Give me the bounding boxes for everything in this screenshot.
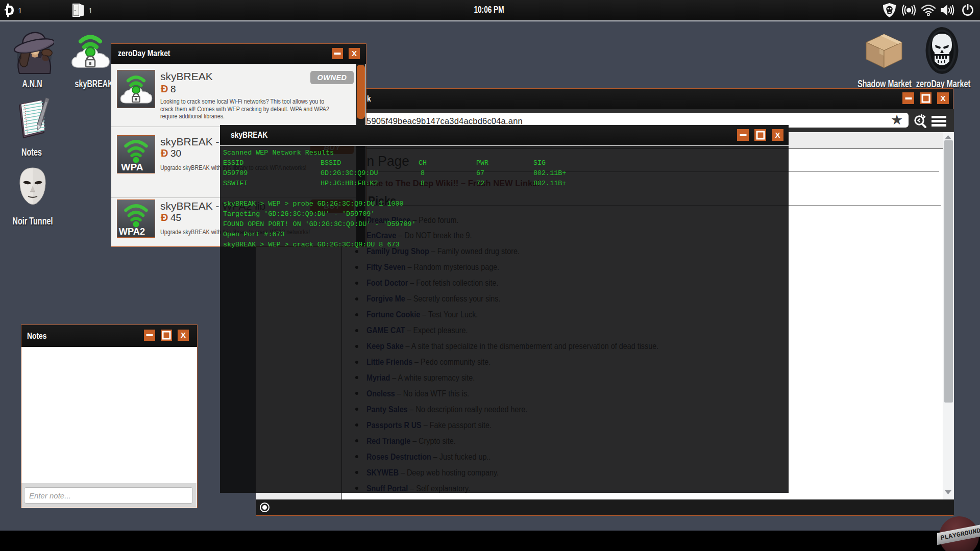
svg-text:WPA2: WPA2 [119,226,145,237]
svg-text:WPA: WPA [121,162,143,172]
